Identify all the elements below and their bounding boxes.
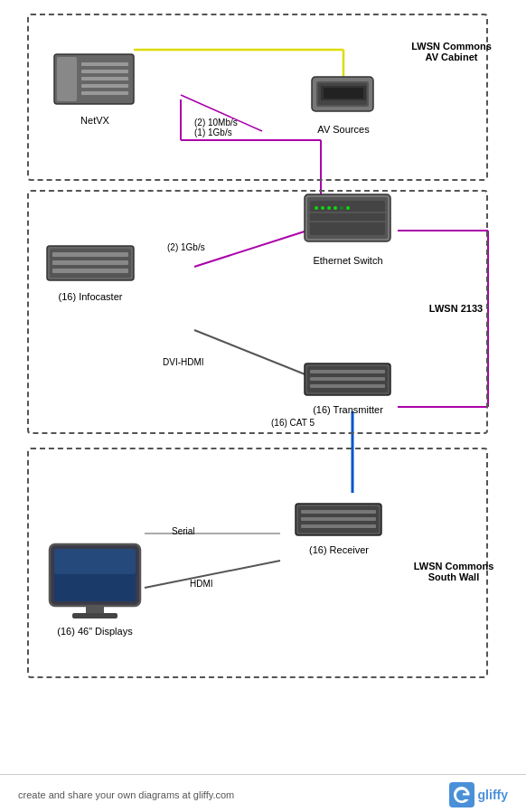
av-sources-label: AV Sources [307,124,380,135]
netvx-device: NetVX [50,50,140,126]
svg-rect-47 [310,384,385,388]
cat5-conn-label: (16) CAT 5 [271,418,315,428]
displays-device: (16) 46" Displays [45,543,145,637]
svg-point-34 [327,206,331,210]
svg-rect-57 [72,613,117,618]
dvi-hdmi-conn-label: DVI-HDMI [163,357,204,367]
svg-rect-29 [310,201,385,235]
svg-rect-51 [301,517,376,521]
infocaster-device: (16) Infocaster [45,244,136,302]
svg-point-33 [321,206,324,210]
svg-rect-42 [52,269,128,273]
svg-point-36 [340,206,343,210]
receiver-label: (16) Receiver [294,544,384,555]
displays-label: (16) 46" Displays [45,626,145,637]
ethernet-switch-device: Ethernet Switch [303,190,393,266]
svg-rect-52 [301,524,376,528]
svg-rect-50 [301,510,376,514]
netvx-label: NetVX [50,115,140,126]
transmitter-label: (16) Transmitter [303,404,393,415]
svg-rect-19 [81,77,128,80]
svg-rect-40 [52,252,128,257]
svg-rect-41 [52,260,128,265]
svg-rect-26 [324,88,363,99]
svg-rect-15 [57,57,77,101]
svg-point-32 [315,206,318,210]
svg-point-37 [346,206,350,210]
eth-infocaster-conn-label: (2) 1Gb/s [167,242,205,252]
svg-rect-56 [86,606,104,613]
diagram-container: LWSN Commons AV Cabinet LWSN 2133 LWSN C… [0,0,526,812]
svg-rect-20 [81,84,128,88]
gliffy-wordmark: gliffy [478,788,508,802]
svg-rect-21 [81,91,128,95]
svg-rect-17 [81,62,128,66]
footer-text: create and share your own diagrams at gl… [18,789,234,800]
netvx-av-conn-label: (2) 10Mb/s (1) 1Gb/s [194,118,238,137]
receiver-device: (16) Receiver [294,502,384,555]
zone-middle-label: LWSN 2133 [418,303,494,314]
svg-point-35 [333,206,337,210]
svg-rect-55 [54,549,136,574]
infocaster-label: (16) Infocaster [45,291,136,302]
zone-top-label: LWSN Commons AV Cabinet [409,41,494,62]
serial-conn-label: Serial [172,526,195,536]
ethernet-switch-label: Ethernet Switch [303,255,393,266]
gliffy-icon [449,782,474,807]
gliffy-logo: gliffy [449,782,508,807]
transmitter-device: (16) Transmitter [303,362,393,415]
av-sources-device: AV Sources [307,72,380,135]
zone-bottom-label: LWSN Commons South Wall [413,561,494,582]
footer: create and share your own diagrams at gl… [0,774,526,807]
hdmi-conn-label: HDMI [190,579,213,589]
svg-rect-18 [81,70,128,73]
svg-rect-46 [310,377,385,381]
svg-rect-45 [310,370,385,373]
